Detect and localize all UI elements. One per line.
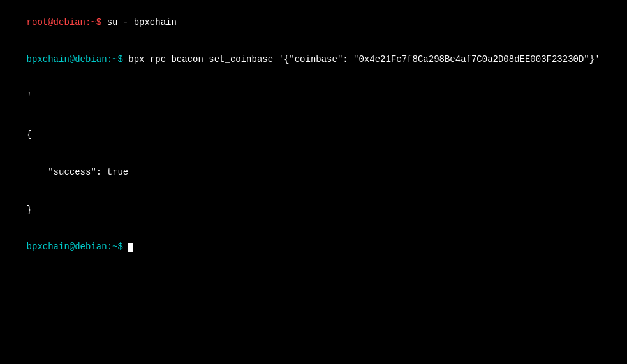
output-quote: ' [27, 92, 32, 102]
terminal-line-6: } [5, 191, 622, 229]
terminal-line-2: bpxchain@debian:~$ bpx rpc beacon set_co… [5, 41, 622, 79]
terminal-line-4: { [5, 116, 622, 154]
prompt-root: root@debian:~$ [27, 17, 107, 27]
terminal-window[interactable]: root@debian:~$ su - bpxchain bpxchain@de… [5, 4, 622, 360]
command-rpc: bpx rpc beacon set_coinbase '{"coinbase"… [128, 54, 600, 64]
terminal-line-7: bpxchain@debian:~$ [5, 229, 622, 266]
output-success: "success": true [27, 167, 129, 177]
output-open-brace: { [27, 129, 32, 140]
prompt-bpxchain-2: bpxchain@debian:~$ [27, 242, 129, 252]
prompt-bpxchain-1: bpxchain@debian:~$ [27, 54, 129, 64]
terminal-line-3: ' [5, 79, 622, 117]
terminal-line-1: root@debian:~$ su - bpxchain [5, 4, 622, 41]
terminal-cursor [128, 243, 133, 252]
output-close-brace: } [27, 205, 32, 215]
command-su: su - bpxchain [107, 17, 177, 27]
terminal-line-5: "success": true [5, 154, 622, 191]
